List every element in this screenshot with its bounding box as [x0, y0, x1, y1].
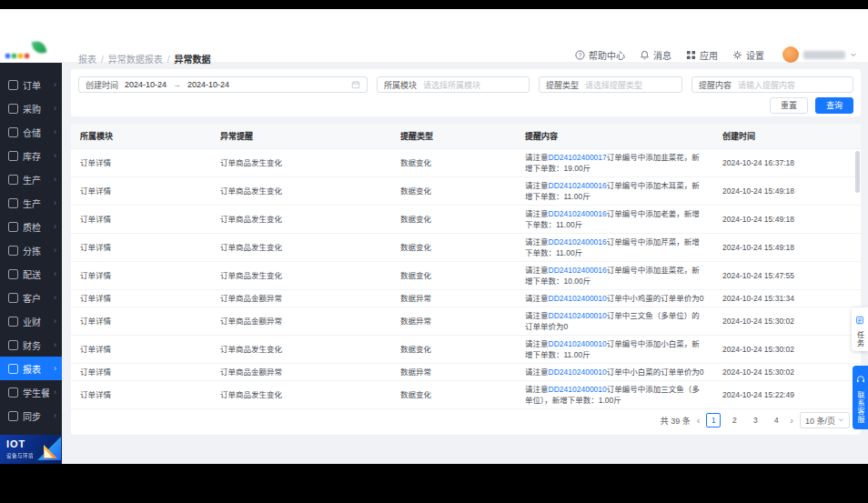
table-row: 订单详情 订单商品发生变化 数据变化 请注意DD24102400010订单编号中… [71, 336, 861, 364]
page-number[interactable]: 4 [769, 413, 783, 428]
content-prefix: 请注意 [525, 237, 549, 246]
order-number-link[interactable]: DD24102400016 [549, 237, 607, 246]
alert-type-select[interactable]: 提醒类型 请选择提醒类型 [539, 76, 682, 93]
order-number-link[interactable]: DD24102400010 [549, 367, 607, 377]
page-size-select[interactable]: 10 条/页 [800, 412, 850, 428]
page-number[interactable]: 2 [727, 413, 742, 428]
sidebar-item[interactable]: 质检 › [0, 215, 62, 238]
chevron-right-icon: › [54, 412, 56, 420]
breadcrumb-item[interactable]: 报表 [78, 52, 96, 65]
filter-panel: 创建时间 2024-10-24 → 2024-10-24 所属模块 请选择所属模… [71, 69, 861, 116]
column-header-content: 提醒内容 [516, 124, 713, 149]
menu-icon [8, 175, 18, 185]
cell-module: 订单详情 [71, 364, 211, 381]
scrollbar-thumb[interactable] [855, 151, 860, 193]
chevron-right-icon: › [54, 176, 56, 184]
order-number-link[interactable]: DD24102400016 [549, 181, 607, 190]
menu-icon [8, 364, 18, 374]
module-select[interactable]: 所属模块 请选择所属模块 [377, 76, 530, 93]
column-header-created-time: 创建时间 [713, 124, 861, 149]
next-page-button[interactable]: › [790, 416, 793, 426]
sidebar-item[interactable]: 订单 › [0, 73, 62, 96]
chevron-down-icon [850, 50, 857, 60]
sidebar-item[interactable]: 生产 › [0, 191, 62, 215]
svg-text:?: ? [579, 51, 582, 57]
cell-content: 请注意DD24102400016订单编号中添加老姜，新增下单数：11.00斤 [516, 206, 713, 234]
column-header-type: 提醒类型 [391, 124, 516, 149]
page-number[interactable]: 3 [748, 413, 762, 428]
headset-icon [856, 371, 865, 387]
cell-type: 数据变化 [391, 206, 516, 234]
chevron-right-icon: › [54, 223, 56, 231]
cell-type: 数据异常 [391, 290, 516, 307]
menu-icon [8, 317, 18, 327]
sidebar-item[interactable]: 报表 › [0, 357, 62, 380]
task-floating-button[interactable]: 任务 [852, 307, 868, 351]
table-row: 订单详情 订单商品金额异常 数据异常 请注意DD24102400010订单中小白… [71, 364, 861, 381]
menu-icon [8, 80, 18, 90]
chevron-down-icon [838, 416, 844, 425]
order-number-link[interactable]: DD24102400010 [549, 385, 607, 394]
question-circle-icon: ? [575, 50, 585, 60]
settings-button[interactable]: 设置 [732, 48, 764, 62]
type-label: 提醒类型 [546, 79, 579, 91]
order-number-link[interactable]: DD24102400016 [549, 209, 607, 218]
cell-type: 数据异常 [391, 364, 516, 381]
sidebar-item[interactable]: 分拣 › [0, 238, 62, 262]
order-number-link[interactable]: DD24102400010 [549, 294, 607, 303]
sidebar-item[interactable]: 客户 › [0, 286, 62, 309]
chevron-right-icon: › [54, 81, 56, 89]
sidebar-item[interactable]: 配送 › [0, 262, 62, 286]
cell-created-time: 2024-10-24 15:49:18 [713, 177, 861, 206]
date-range-picker[interactable]: 创建时间 2024-10-24 → 2024-10-24 [78, 76, 368, 93]
order-number-link[interactable]: DD24102400017 [549, 153, 607, 162]
sidebar-item[interactable]: 财务 › [0, 333, 62, 357]
order-number-link[interactable]: DD24102400016 [549, 266, 607, 275]
alert-content-input[interactable]: 提醒内容 请输入提醒内容 [691, 76, 853, 93]
order-number-link[interactable]: DD24102400010 [549, 311, 607, 320]
cell-alert: 订单商品发生变化 [211, 234, 391, 262]
cell-type: 数据变化 [391, 262, 516, 290]
sidebar-item[interactable]: 学生餐 › [0, 380, 62, 404]
sidebar-item[interactable]: 同步 › [0, 404, 62, 428]
breadcrumb: 报表 异常数据报表 异常数据 [78, 52, 211, 65]
table-row: 订单详情 订单商品发生变化 数据变化 请注意DD24102400010订单编号中… [71, 381, 861, 409]
apps-label: 应用 [700, 48, 718, 62]
sidebar-item[interactable]: 库存 › [0, 144, 62, 167]
column-header-module: 所属模块 [71, 124, 211, 149]
chevron-right-icon: › [54, 199, 56, 207]
sidebar-item-label: 同步 [23, 409, 41, 423]
sidebar-item[interactable]: 采购 › [0, 96, 62, 120]
prev-page-button[interactable]: ‹ [697, 416, 701, 426]
table-row: 订单详情 订单商品发生变化 数据变化 请注意DD24102400016订单编号中… [71, 206, 861, 234]
content-placeholder: 请输入提醒内容 [738, 79, 795, 91]
cell-type: 数据变化 [391, 381, 516, 409]
cell-module: 订单详情 [71, 177, 211, 206]
user-account-menu[interactable] [782, 46, 857, 63]
sidebar-item[interactable]: 生产 › [0, 167, 62, 191]
chevron-right-icon: › [54, 270, 56, 278]
messages-button[interactable]: 消息 [640, 48, 671, 62]
cell-content: 请注意DD24102400010订单中小鸡蛋的订单单价为0 [516, 290, 713, 307]
order-number-link[interactable]: DD24102400010 [549, 339, 607, 348]
table-header-row: 所属模块 异常提醒 提醒类型 提醒内容 创建时间 [71, 124, 861, 149]
content-prefix: 请注意 [525, 181, 549, 190]
reset-button[interactable]: 重置 [770, 97, 808, 114]
page-number[interactable]: 1 [706, 413, 721, 428]
search-button[interactable]: 查询 [815, 97, 853, 114]
iot-logo-graphic [34, 437, 61, 462]
sidebar-item[interactable]: 仓储 › [0, 120, 62, 144]
cell-created-time: 2024-10-24 15:30:02 [713, 336, 861, 364]
content-text: 订单中小鸡蛋的订单单价为0 [607, 294, 704, 303]
sidebar-item[interactable]: 业财 › [0, 309, 62, 333]
apps-button[interactable]: 应用 [686, 48, 718, 62]
menu-icon [8, 104, 18, 114]
exception-data-table: 所属模块 异常提醒 提醒类型 提醒内容 创建时间 订单详情 订单商品发生变化 [71, 124, 861, 409]
content-prefix: 请注意 [525, 294, 549, 303]
cell-content: 请注意DD24102400010订单编号中添加小白菜，新增下单数：11.00斤 [516, 336, 713, 364]
breadcrumb-item[interactable]: 异常数据报表 [96, 52, 163, 65]
customer-service-floating-button[interactable]: 联系客服 [853, 366, 868, 429]
avatar [782, 46, 799, 63]
help-center-button[interactable]: ? 帮助中心 [575, 48, 625, 62]
cell-module: 订单详情 [71, 206, 211, 234]
